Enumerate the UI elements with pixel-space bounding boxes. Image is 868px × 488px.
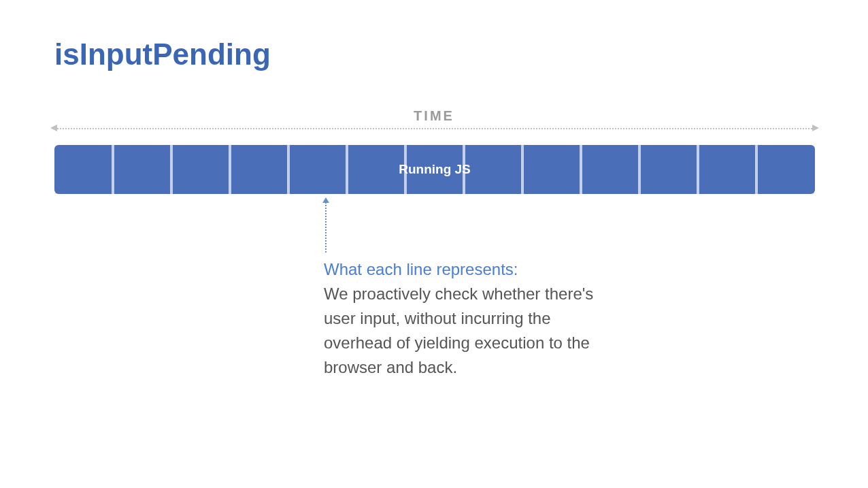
bar-divider [229, 145, 231, 194]
arrow-right-icon [812, 125, 819, 131]
bar-divider [521, 145, 524, 194]
time-axis-label: TIME [414, 108, 454, 124]
page-title: isInputPending [54, 37, 271, 71]
time-axis [54, 128, 815, 129]
bar-divider [346, 145, 348, 194]
bar-divider [112, 145, 114, 194]
bar-divider [287, 145, 290, 194]
bar-label: Running JS [399, 162, 471, 177]
callout-text: What each line represents: We proactivel… [324, 257, 610, 380]
bar-divider [580, 145, 582, 194]
callout-body: We proactively check whether there's use… [324, 284, 593, 376]
bar-divider [755, 145, 758, 194]
callout-connector [325, 199, 327, 253]
bar-divider [697, 145, 699, 194]
callout-heading: What each line represents: [324, 260, 518, 278]
bar-divider [638, 145, 641, 194]
running-js-bar: Running JS [54, 145, 815, 194]
bar-divider [170, 145, 173, 194]
arrow-left-icon [50, 125, 57, 131]
